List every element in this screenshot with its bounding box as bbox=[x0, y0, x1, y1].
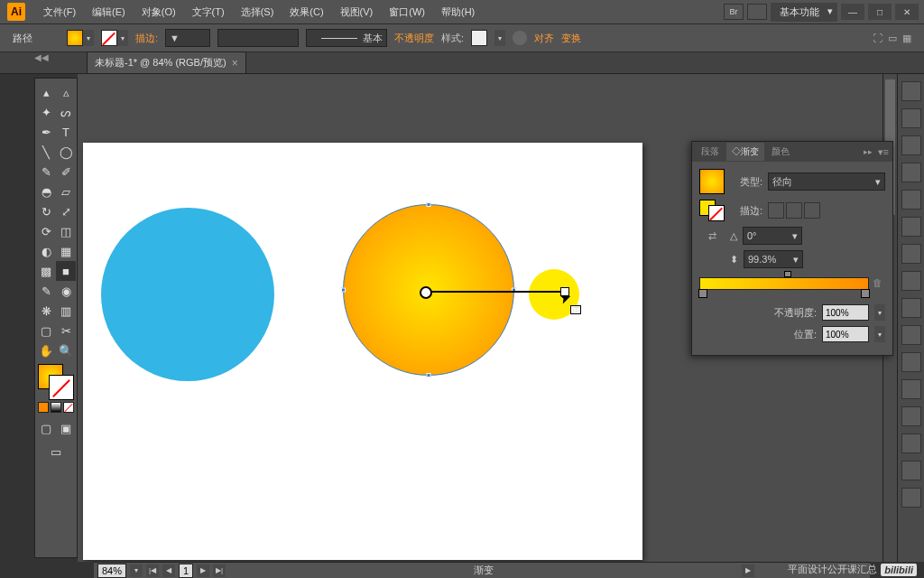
selection-handle[interactable] bbox=[427, 373, 431, 378]
aspect-field[interactable]: 99.3%▾ bbox=[744, 250, 803, 268]
gradient-stroke-swatch[interactable] bbox=[699, 200, 725, 221]
lasso-tool[interactable]: ᔕ bbox=[56, 102, 76, 122]
style-swatch[interactable] bbox=[471, 30, 487, 46]
stop-opacity-field[interactable] bbox=[822, 304, 869, 321]
perspective-tool[interactable]: ▦ bbox=[56, 241, 76, 261]
close-tab-icon[interactable]: × bbox=[232, 57, 238, 70]
direct-selection-tool[interactable]: ▵ bbox=[56, 82, 76, 102]
bridge-icon[interactable]: Br bbox=[724, 4, 744, 20]
document-tab[interactable]: 未标题-1* @ 84% (RGB/预览) × bbox=[87, 51, 246, 73]
color-mode-gradient[interactable] bbox=[51, 402, 61, 413]
selection-tool[interactable]: ▴ bbox=[36, 82, 56, 102]
dock-links-icon[interactable] bbox=[901, 488, 921, 508]
fill-dropdown[interactable]: ▾ bbox=[83, 30, 94, 46]
stroke-weight-field[interactable]: ▼ bbox=[165, 29, 210, 47]
dock-graphic-styles-icon[interactable] bbox=[901, 352, 921, 372]
dock-appearance-icon[interactable] bbox=[901, 325, 921, 345]
gradient-preview-swatch[interactable] bbox=[699, 169, 725, 194]
dock-transform-icon[interactable] bbox=[901, 434, 921, 453]
artboard-last-icon[interactable]: ▶| bbox=[213, 564, 226, 577]
menu-file[interactable]: 文件(F) bbox=[36, 2, 83, 23]
magic-wand-tool[interactable]: ✦ bbox=[36, 102, 56, 122]
recolor-icon[interactable] bbox=[513, 31, 527, 45]
stroke-grad-mode-2[interactable] bbox=[786, 202, 802, 219]
slice-tool[interactable]: ✂ bbox=[56, 321, 76, 340]
gradient-midpoint[interactable] bbox=[784, 271, 791, 277]
opacity-dropdown[interactable]: ▾ bbox=[874, 304, 885, 321]
delete-stop-icon[interactable]: 🗑 bbox=[873, 277, 885, 290]
zoom-field[interactable]: 84% bbox=[97, 564, 126, 578]
gradient-ramp[interactable] bbox=[699, 277, 869, 290]
stroke-grad-mode-1[interactable] bbox=[768, 202, 784, 219]
align-label[interactable]: 对齐 bbox=[534, 32, 554, 45]
dock-actions-icon[interactable] bbox=[901, 461, 921, 480]
menu-effect[interactable]: 效果(C) bbox=[282, 2, 330, 23]
stroke-swatch[interactable] bbox=[101, 30, 117, 46]
brush-field[interactable]: 基本 bbox=[306, 29, 387, 47]
color-mode-solid[interactable] bbox=[38, 402, 49, 413]
artboard-tool[interactable]: ▢ bbox=[36, 321, 56, 340]
color-mode-none[interactable] bbox=[63, 402, 74, 413]
fill-swatch[interactable] bbox=[67, 30, 83, 46]
stroke-color[interactable] bbox=[49, 375, 74, 400]
stroke-dropdown[interactable]: ▾ bbox=[117, 30, 128, 46]
graph-tool[interactable]: ▥ bbox=[56, 301, 76, 321]
edit-icon[interactable]: ▦ bbox=[902, 33, 911, 44]
dock-transparency-icon[interactable] bbox=[901, 379, 921, 399]
isolate-icon[interactable]: ⛶ bbox=[873, 33, 882, 44]
eyedropper-tool[interactable]: ✎ bbox=[36, 281, 56, 301]
panel-tab-paragraph[interactable]: 段落 bbox=[696, 143, 725, 161]
gradient-stop-right[interactable] bbox=[861, 289, 870, 298]
profile-field[interactable] bbox=[217, 29, 299, 47]
artboard-first-icon[interactable]: |◀ bbox=[146, 564, 159, 577]
close-button[interactable]: ✕ bbox=[895, 4, 919, 20]
selection-handle[interactable] bbox=[341, 288, 346, 293]
zoom-dropdown[interactable]: ▾ bbox=[130, 564, 143, 577]
dock-character-icon[interactable] bbox=[901, 81, 921, 101]
minimize-button[interactable]: — bbox=[841, 4, 864, 20]
menu-window[interactable]: 窗口(W) bbox=[382, 2, 432, 23]
dock-layers-icon[interactable] bbox=[901, 298, 921, 318]
style-dropdown[interactable]: ▾ bbox=[494, 30, 505, 46]
menu-help[interactable]: 帮助(H) bbox=[434, 2, 482, 23]
menu-object[interactable]: 对象(O) bbox=[134, 2, 183, 23]
dock-pathfinder-icon[interactable] bbox=[901, 135, 921, 155]
artboard-next-icon[interactable]: ▶ bbox=[197, 564, 209, 577]
panel-collapse-icon[interactable]: ▸▸ bbox=[864, 147, 873, 156]
menu-view[interactable]: 视图(V) bbox=[333, 2, 381, 23]
blend-tool[interactable]: ◉ bbox=[56, 281, 76, 301]
fill-stroke-indicator[interactable] bbox=[38, 364, 74, 400]
pen-tool[interactable]: ✒ bbox=[36, 122, 56, 142]
reverse-gradient-icon[interactable]: ⇄ bbox=[699, 230, 725, 242]
dock-swatches-icon[interactable] bbox=[901, 217, 921, 237]
arrange-docs-icon[interactable] bbox=[747, 4, 767, 20]
width-tool[interactable]: ⟳ bbox=[36, 221, 56, 241]
clip-icon[interactable]: ▭ bbox=[888, 33, 897, 44]
dock-brushes-icon[interactable] bbox=[901, 244, 921, 264]
symbol-sprayer-tool[interactable]: ❋ bbox=[36, 301, 56, 321]
transform-label[interactable]: 变换 bbox=[561, 32, 581, 45]
hand-tool[interactable]: ✋ bbox=[36, 340, 56, 360]
artboard-prev-icon[interactable]: ◀ bbox=[162, 564, 175, 577]
rotate-tool[interactable]: ↻ bbox=[36, 201, 56, 221]
zoom-tool[interactable]: 🔍 bbox=[56, 340, 76, 360]
dock-stroke-icon[interactable] bbox=[901, 163, 921, 182]
stop-location-field[interactable] bbox=[822, 326, 869, 342]
gradient-stop-left[interactable] bbox=[698, 289, 707, 298]
maximize-button[interactable]: □ bbox=[868, 4, 892, 20]
status-menu-icon[interactable]: ▶ bbox=[742, 564, 754, 577]
gradient-type-select[interactable]: 径向▾ bbox=[768, 172, 885, 191]
line-tool[interactable]: ╲ bbox=[36, 142, 56, 162]
artboard-field[interactable]: 1 bbox=[179, 564, 193, 578]
location-dropdown[interactable]: ▾ bbox=[874, 326, 885, 342]
dock-gradient-icon[interactable] bbox=[901, 190, 921, 210]
shape-builder-tool[interactable]: ◐ bbox=[36, 241, 56, 261]
menu-select[interactable]: 选择(S) bbox=[234, 2, 282, 23]
screen-mode-normal[interactable]: ▢ bbox=[36, 418, 56, 438]
free-transform-tool[interactable]: ◫ bbox=[56, 221, 76, 241]
mesh-tool[interactable]: ▩ bbox=[36, 261, 56, 281]
selection-handle[interactable] bbox=[427, 202, 431, 207]
gradient-tool[interactable]: ■ bbox=[56, 261, 76, 281]
panel-tab-color[interactable]: 颜色 bbox=[766, 143, 795, 161]
pencil-tool[interactable]: ✐ bbox=[56, 162, 76, 182]
